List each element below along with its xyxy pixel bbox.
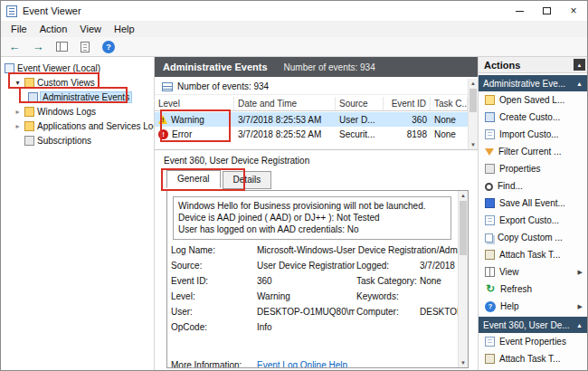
action-view[interactable]: View ▶ <box>479 263 587 281</box>
menu-file[interactable]: File <box>5 24 33 34</box>
collapse-section-icon[interactable]: ▲ <box>576 322 583 328</box>
field-label-task-category: Task Category: <box>356 276 420 286</box>
field-row: Source: User Device Registration Logged:… <box>167 261 457 273</box>
open-folder-icon <box>485 95 495 105</box>
events-summary-row: Number of events: 934 <box>155 79 468 95</box>
tree-item-applications-services-logs[interactable]: ▸ Applications and Services Logs <box>1 119 154 133</box>
event-message-box[interactable]: Windows Hello for Business provisioning … <box>173 196 451 240</box>
scroll-up-icon[interactable]: ▲ <box>469 79 478 88</box>
scroll-down-icon[interactable]: ▼ <box>459 358 468 367</box>
action-attach-task[interactable]: Attach Task T... <box>479 246 587 263</box>
menu-help[interactable]: Help <box>108 24 141 34</box>
action-copy-custom-view[interactable]: Copy Custom ... <box>479 229 587 246</box>
action-item-label: Attach Task T... <box>499 250 560 260</box>
scroll-down-icon[interactable]: ▼ <box>469 140 478 149</box>
maximize-button[interactable] <box>533 1 560 21</box>
column-header-level[interactable]: Level <box>155 97 234 110</box>
field-row: OpCode: Info <box>167 322 457 335</box>
events-list-scrollbar[interactable]: ▲ ▼ <box>468 79 478 149</box>
show-console-tree-icon[interactable] <box>53 39 70 55</box>
action-find[interactable]: Find... <box>479 177 587 195</box>
field-value-event-id: 360 <box>257 276 355 286</box>
action-create-custom-view[interactable]: Create Custo... <box>479 109 587 126</box>
forward-icon[interactable]: → <box>30 39 46 55</box>
find-icon <box>485 183 493 191</box>
datetime-cell: 3/7/2018 8:25:53 AM <box>234 115 336 125</box>
actions-section-administrative-events[interactable]: Administrative Eve... ▲ <box>479 75 587 91</box>
help-toolbar-button[interactable]: ? <box>100 39 117 55</box>
column-header-event-id[interactable]: Event ID <box>384 97 431 110</box>
action-item-label: Find... <box>498 181 523 191</box>
field-value-user: DESKTOP-O1MUQ80\moolir <box>257 307 355 317</box>
collapse-section-icon[interactable]: ▲ <box>576 81 583 87</box>
action-export-custom-view[interactable]: Export Custo... <box>479 212 587 229</box>
action-open-saved-log[interactable]: Open Saved L... <box>479 91 587 109</box>
scroll-up-icon[interactable]: ▲ <box>459 191 468 200</box>
column-header-source[interactable]: Source <box>336 97 384 110</box>
console-root-icon <box>5 63 14 73</box>
tree-item-subscriptions[interactable]: Subscriptions <box>1 133 154 147</box>
field-label-opcode: OpCode: <box>171 322 258 332</box>
column-header-task[interactable]: Task C... <box>431 97 468 110</box>
view-icon <box>485 267 495 277</box>
annotation-box-tabs <box>161 168 245 191</box>
minimize-button[interactable] <box>506 1 533 21</box>
general-tab-page: Windows Hello for Business provisioning … <box>166 190 469 368</box>
section-header-label: Administrative Eve... <box>483 79 565 89</box>
actions-title: Actions <box>484 60 520 71</box>
scrollbar-thumb[interactable] <box>469 89 477 112</box>
action-refresh[interactable]: ↻ Refresh <box>479 281 587 298</box>
detail-scrollbar[interactable]: ▲ ▼ <box>458 191 468 367</box>
tree-item-windows-logs[interactable]: ▸ Windows Logs <box>1 104 154 119</box>
export-list-icon[interactable] <box>77 39 93 55</box>
tree-item-label: Windows Logs <box>37 107 96 117</box>
help-icon: ? <box>485 301 496 312</box>
message-line: User has logged on with AAD credentials:… <box>178 224 446 235</box>
action-attach-task-event[interactable]: Attach Task T... <box>479 350 587 367</box>
message-line: Windows Hello for Business provisioning … <box>178 200 446 212</box>
action-item-label: Filter Current ... <box>498 147 561 157</box>
action-item-label: Export Custo... <box>499 215 559 225</box>
field-label-level: Level: <box>171 291 258 301</box>
field-label-source: Source: <box>171 261 258 271</box>
tree-item-label: Applications and Services Logs <box>37 121 154 131</box>
events-summary-icon <box>162 82 173 91</box>
back-icon[interactable]: ← <box>6 39 23 55</box>
copy-icon <box>485 233 493 243</box>
field-value-opcode: Info <box>257 322 355 332</box>
message-line: Device is AAD joined ( AAD) or DJ++ ): N… <box>178 212 446 224</box>
action-import-custom-view[interactable]: Import Custo... <box>479 126 587 143</box>
column-header-date[interactable]: Date and Time <box>234 97 336 110</box>
actions-pane-header: Actions ▲ <box>479 57 587 73</box>
save-icon <box>485 198 495 208</box>
action-save-all-events[interactable]: Save All Event... <box>479 195 587 212</box>
action-filter-current-log[interactable]: Filter Current ... <box>479 143 587 160</box>
field-label-log-name: Log Name: <box>171 245 258 255</box>
menu-action[interactable]: Action <box>33 24 74 34</box>
submenu-arrow-icon: ▶ <box>578 269 587 276</box>
action-item-label: Copy Custom ... <box>498 233 563 243</box>
action-item-label: View <box>499 267 519 277</box>
field-row: User: DESKTOP-O1MUQ80\moolir Computer: D… <box>167 307 457 319</box>
expand-closed-icon[interactable]: ▸ <box>14 122 22 130</box>
folder-icon <box>24 121 34 131</box>
actions-scroll-up-icon[interactable]: ▲ <box>574 59 585 71</box>
filter-icon <box>485 148 494 156</box>
import-custom-view-icon <box>485 129 495 139</box>
action-event-properties[interactable]: Event Properties <box>479 333 587 350</box>
action-properties[interactable]: Properties <box>479 160 587 177</box>
action-item-label: Import Custo... <box>499 129 559 139</box>
scrollbar-thumb[interactable] <box>460 201 467 255</box>
annotation-box-level-column <box>160 109 231 142</box>
action-help[interactable]: ? Help ▶ <box>479 298 587 315</box>
menu-view[interactable]: View <box>73 24 108 34</box>
expand-closed-icon[interactable]: ▸ <box>14 108 22 116</box>
field-value-computer: DESKTOP <box>420 307 458 317</box>
actions-section-event-360[interactable]: Event 360, User De... ▲ <box>479 317 587 333</box>
close-button[interactable]: × <box>560 1 587 21</box>
field-label-logged: Logged: <box>356 261 420 271</box>
task-cell: None <box>431 129 468 139</box>
field-value-log-name: Microsoft-Windows-User Device Registrati… <box>257 245 463 255</box>
event-log-online-help-link[interactable]: Event Log Online Help <box>257 360 463 368</box>
results-title: Administrative Events <box>163 62 268 72</box>
